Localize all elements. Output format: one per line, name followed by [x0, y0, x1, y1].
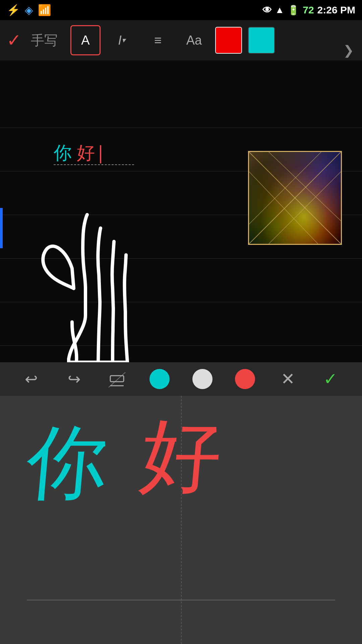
text-cursor	[100, 145, 101, 163]
svg-line-4	[249, 152, 321, 224]
italic-chevron: ▾	[122, 36, 125, 45]
redo-button[interactable]: ↪	[61, 366, 87, 392]
color-red-select[interactable]	[232, 366, 258, 392]
italic-label: I	[118, 33, 122, 48]
hw-char-hao: 好	[137, 416, 225, 496]
svg-line-8	[109, 372, 125, 387]
color-picker-lines	[249, 152, 341, 244]
redo-icon: ↪	[68, 370, 81, 388]
cyan-dot	[149, 369, 170, 389]
hand-cursor	[20, 208, 168, 362]
left-accent	[0, 208, 3, 248]
toolbar: ✓ 手写 A I ▾ ≡ Aa ❯	[0, 20, 362, 60]
svg-rect-6	[110, 376, 124, 382]
handwritten-preview: 你 好	[54, 141, 101, 165]
svg-line-5	[269, 172, 341, 244]
text-a-label: A	[81, 33, 89, 48]
white-dot	[192, 369, 213, 389]
toolbar-expand-icon[interactable]: ❯	[343, 43, 354, 58]
h-line-1	[0, 127, 362, 128]
eraser-button[interactable]	[104, 366, 130, 392]
battery-icon: 🔋	[288, 5, 299, 16]
svg-line-2	[269, 152, 341, 221]
close-icon: ✕	[281, 369, 295, 389]
char-hao-preview: 好	[77, 143, 95, 163]
cancel-button[interactable]: ✕	[275, 366, 301, 392]
hand-svg	[20, 208, 168, 362]
check-icon: ✓	[323, 369, 338, 389]
handwriting-area[interactable]: 你 好	[0, 396, 362, 644]
eye-icon: 👁	[262, 5, 272, 16]
undo-icon: ↩	[25, 370, 38, 388]
svg-line-0	[249, 152, 341, 244]
color-red-button[interactable]	[215, 27, 242, 54]
font-size-label: Aa	[186, 33, 202, 48]
app-icon: ◈	[25, 4, 33, 16]
text-underline	[54, 164, 134, 165]
usb-icon: ⚡	[7, 4, 20, 16]
align-label: ≡	[154, 33, 162, 48]
clock: 2:26 PM	[317, 4, 355, 16]
hw-baseline	[27, 600, 335, 600]
accept-button[interactable]: ✓	[317, 366, 344, 392]
color-cyan-button[interactable]	[248, 27, 275, 54]
canvas-area: 你 好	[0, 60, 362, 362]
char-ni-preview: 你	[54, 143, 72, 163]
align-button[interactable]: ≡	[143, 25, 173, 55]
svg-line-1	[249, 152, 341, 244]
status-left-icons: ⚡ ◈ 📶	[7, 4, 51, 16]
italic-button[interactable]: I ▾	[107, 25, 137, 55]
red-dot	[235, 369, 255, 389]
wifi-icon: 📶	[38, 4, 51, 16]
undo-button[interactable]: ↩	[18, 366, 45, 392]
battery-level: 72	[303, 4, 314, 16]
signal-icon: ▲	[275, 5, 285, 15]
hw-char-ni: 你	[23, 423, 111, 503]
font-size-button[interactable]: Aa	[179, 25, 209, 55]
status-right: 👁 ▲ 🔋 72 2:26 PM	[262, 4, 355, 16]
color-cyan-select[interactable]	[146, 366, 173, 392]
color-picker[interactable]	[248, 151, 342, 245]
eraser-icon	[107, 369, 127, 389]
bottom-toolbar: ↩ ↪ ✕ ✓	[0, 362, 362, 396]
confirm-button[interactable]: ✓	[7, 30, 21, 50]
toolbar-title: 手写	[31, 31, 58, 50]
svg-line-3	[249, 172, 318, 244]
text-style-button[interactable]: A	[70, 25, 101, 55]
status-bar: ⚡ ◈ 📶 👁 ▲ 🔋 72 2:26 PM	[0, 0, 362, 20]
color-white-select[interactable]	[189, 366, 216, 392]
